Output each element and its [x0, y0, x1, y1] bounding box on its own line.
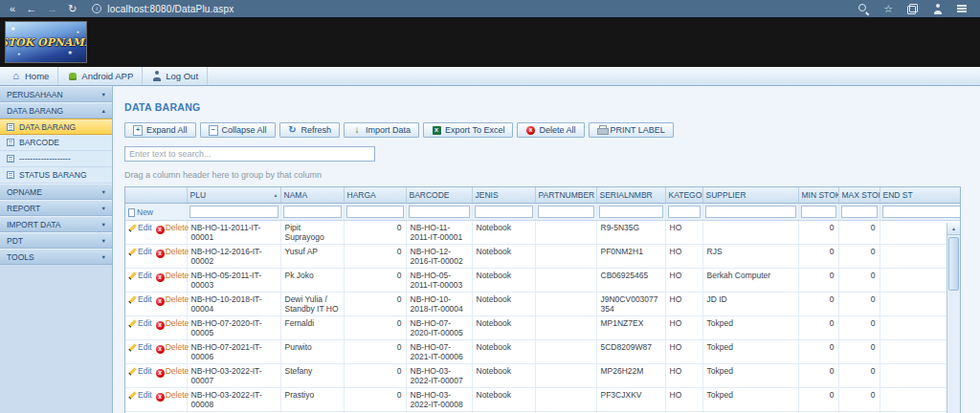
logo-star-icon: ★	[68, 50, 73, 55]
bookmark-star-icon[interactable]: ☆	[883, 3, 893, 14]
url-text[interactable]: localhost:8080/DataPlu.aspx	[107, 4, 234, 14]
column-header-serialnmbr[interactable]: SERIALNMBR	[596, 187, 665, 204]
delete-link[interactable]: Delete	[166, 247, 189, 256]
sidebar-item-barcode[interactable]: BARCODE	[0, 135, 112, 151]
delete-link[interactable]: Delete	[166, 294, 189, 304]
sidebar-group-import-data[interactable]: IMPORT DATA ▼	[0, 216, 112, 232]
filter-input-end-stok[interactable]	[882, 206, 962, 218]
edit-link[interactable]: Edit	[138, 318, 152, 328]
sidebar-item-separator[interactable]: -------------------	[0, 151, 112, 167]
table-row[interactable]: EditxDeleteNB-HO-03-2022-IT-00008Prastiy…	[125, 388, 961, 412]
edit-link[interactable]: Edit	[138, 294, 152, 304]
filter-input-plu[interactable]	[189, 206, 278, 218]
collapse-sidebar-icon[interactable]: «	[10, 0, 15, 17]
sidebar-group-tools[interactable]: TOOLS ▼	[0, 249, 112, 265]
cell-jenis: Notebook	[472, 364, 535, 388]
export-to-excel-button[interactable]: Export To Excel	[423, 122, 513, 138]
column-header-plu[interactable]: PLU▲	[187, 187, 280, 204]
menu-item-home[interactable]: Home	[2, 67, 58, 85]
table-row[interactable]: EditxDeleteNB-HO-07-2020-IT-00005Fernald…	[125, 316, 961, 340]
delete-link[interactable]: Delete	[166, 318, 189, 328]
column-header-label: HARGA	[347, 190, 376, 200]
delete-link[interactable]: Delete	[166, 342, 189, 352]
menu-item-android-app[interactable]: Android APP	[58, 67, 143, 85]
sidebar-group-perusahaan[interactable]: PERUSAHAAN ▼	[0, 86, 112, 102]
delete-all-button[interactable]: Delete All	[517, 122, 584, 138]
filter-input-nama[interactable]	[283, 206, 342, 218]
filter-input-jenis[interactable]	[475, 206, 533, 218]
column-header-kategory[interactable]: KATEGORY	[665, 187, 702, 204]
filter-input-harga[interactable]	[346, 206, 404, 218]
cell-harga: 0	[344, 245, 406, 269]
cell-supplier: Tokped	[702, 340, 798, 364]
sidebar-group-report[interactable]: REPORT ▼	[0, 200, 112, 216]
menu-icon[interactable]	[957, 5, 967, 11]
menu-item-log-out[interactable]: Log Out	[143, 67, 208, 85]
edit-link[interactable]: Edit	[138, 271, 152, 280]
filter-input-barcode[interactable]	[409, 206, 470, 218]
filter-cell	[406, 204, 472, 221]
table-row[interactable]: EditxDeleteNB-HO-07-2021-IT-00006Purwito…	[125, 340, 961, 364]
list-page-icon	[7, 155, 14, 163]
back-icon[interactable]: ←	[26, 0, 36, 17]
page-info-icon[interactable]: i	[92, 4, 101, 13]
column-header-min-stok[interactable]: MIN STOK	[798, 187, 838, 204]
sidebar-group-opname[interactable]: OPNAME ▼	[0, 184, 112, 200]
tabs-icon[interactable]	[907, 4, 918, 14]
address-bar[interactable]: i localhost:8080/DataPlu.aspx	[92, 4, 858, 14]
sidebar-group-pdt[interactable]: PDT ▼	[0, 232, 112, 249]
column-header-end-st[interactable]: END ST	[880, 187, 961, 204]
column-header-barcode[interactable]: BARCODE	[406, 187, 472, 204]
table-row[interactable]: EditxDeleteNB-HO-05-2011-IT-00003Pk Joko…	[125, 269, 961, 293]
expand-all-button[interactable]: Expand All	[124, 122, 196, 138]
cell-min-stok: 0	[798, 316, 838, 340]
column-header-partnumber[interactable]: PARTNUMBER	[535, 187, 596, 204]
column-header-nama[interactable]: NAMA	[280, 187, 344, 204]
search-input[interactable]	[124, 146, 375, 162]
zoom-icon[interactable]	[858, 3, 869, 14]
filter-input-kategory[interactable]	[668, 206, 701, 218]
refresh-icon[interactable]: ↻	[68, 0, 77, 17]
scroll-up-icon[interactable]: ▲	[947, 223, 960, 235]
profile-icon[interactable]	[932, 4, 943, 14]
column-header-max-stok[interactable]: MAX STOK	[838, 187, 880, 204]
filter-input-max-stok[interactable]	[841, 206, 878, 218]
chevron-icon: ▼	[101, 92, 106, 98]
delete-all-icon	[525, 125, 535, 135]
edit-link[interactable]: Edit	[138, 223, 152, 232]
edit-link[interactable]: Edit	[138, 342, 152, 352]
filter-input-partnumber[interactable]	[538, 206, 594, 218]
filter-input-supplier[interactable]	[705, 206, 796, 218]
collapse-all-button[interactable]: Collapse All	[200, 122, 276, 138]
table-row[interactable]: EditxDeleteNB-HO-12-2016-IT-00002Yusuf A…	[125, 245, 961, 269]
delete-link[interactable]: Delete	[166, 390, 189, 400]
table-row[interactable]: EditxDeleteNB-HO-03-2022-IT-00007Stefany…	[125, 364, 961, 388]
print-label-button[interactable]: PRINT LABEL	[589, 122, 674, 138]
cell-plu: NB-HO-10-2018-IT-00004	[187, 293, 280, 316]
edit-link[interactable]: Edit	[138, 366, 152, 376]
edit-link[interactable]: Edit	[138, 390, 152, 400]
delete-link[interactable]: Delete	[166, 366, 189, 376]
column-header-harga[interactable]: HARGA	[344, 187, 406, 204]
scrollbar-thumb[interactable]	[948, 237, 959, 291]
column-header-label: NAMA	[284, 190, 308, 200]
edit-link[interactable]: Edit	[138, 247, 152, 256]
forward-icon[interactable]: →	[47, 0, 57, 17]
column-header-jenis[interactable]: JENIS	[472, 187, 535, 204]
filter-input-min-stok[interactable]	[801, 206, 836, 218]
sidebar-item-data-barang[interactable]: DATA BARANG	[0, 119, 112, 135]
table-row[interactable]: EditxDeleteNB-HO-10-2018-IT-00004Dewi Yu…	[125, 293, 961, 316]
filter-input-serialnmbr[interactable]	[599, 206, 663, 218]
delete-link[interactable]: Delete	[166, 271, 189, 280]
new-record-link[interactable]: New	[137, 207, 153, 217]
table-row[interactable]: EditxDeleteNB-HO-11-2011-IT-00001Pipit S…	[125, 221, 961, 245]
delete-link[interactable]: Delete	[166, 223, 189, 232]
cell-min-stok: 0	[798, 364, 838, 388]
import-data-button[interactable]: Import Data	[344, 122, 419, 138]
vertical-scrollbar[interactable]: ▲ ▼	[947, 223, 960, 413]
sidebar-group-data-barang[interactable]: DATA BARANG ▲	[0, 102, 112, 119]
group-panel-hint: Drag a column header here to group by th…	[124, 170, 970, 180]
column-header-supplier[interactable]: SUPPLIER	[702, 187, 798, 204]
refresh-button[interactable]: Refresh	[279, 122, 341, 138]
sidebar-item-status-barang[interactable]: STATUS BARANG	[0, 167, 112, 184]
